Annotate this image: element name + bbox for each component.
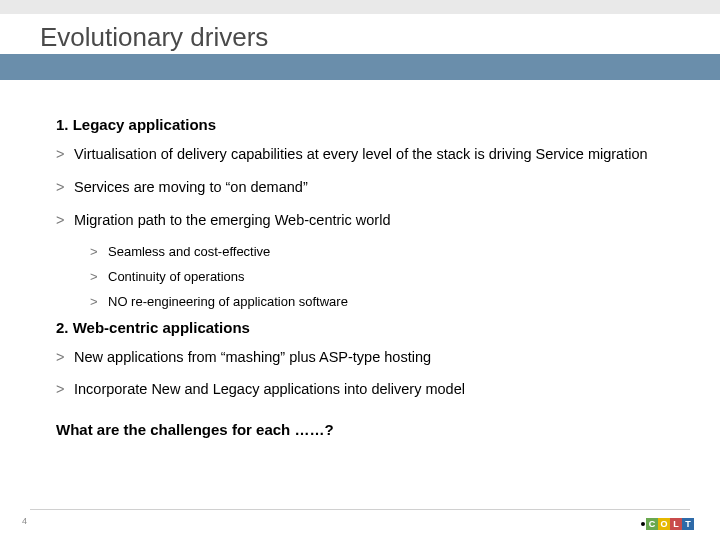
bullet-level2: Seamless and cost-effective [90,244,680,259]
top-band [0,0,720,14]
bullet-level1: Virtualisation of delivery capabilities … [56,145,680,164]
bullet-level2: NO re-engineering of application softwar… [90,294,680,309]
bullet-level1: Services are moving to “on demand” [56,178,680,197]
logo-letter: O [658,518,670,530]
colt-logo: C O L T [639,518,694,530]
closing-question: What are the challenges for each ……? [56,421,680,438]
bullet-level1: New applications from “mashing” plus ASP… [56,348,680,367]
content-area: 1. Legacy applications Virtualisation of… [56,110,680,438]
logo-letter: C [646,518,658,530]
bullet-level1: Migration path to the emerging Web-centr… [56,211,680,230]
section-heading-2: 2. Web-centric applications [56,319,680,336]
logo-letter: L [670,518,682,530]
title-band [0,54,720,80]
slide-title: Evolutionary drivers [40,22,268,53]
page-number: 4 [22,516,27,526]
bullet-level2: Continuity of operations [90,269,680,284]
slide: Evolutionary drivers 1. Legacy applicati… [0,0,720,540]
bullet-level1: Incorporate New and Legacy applications … [56,380,680,399]
logo-dot-icon [641,522,645,526]
footer-divider [30,509,690,510]
section-heading-1: 1. Legacy applications [56,116,680,133]
logo-letter: T [682,518,694,530]
